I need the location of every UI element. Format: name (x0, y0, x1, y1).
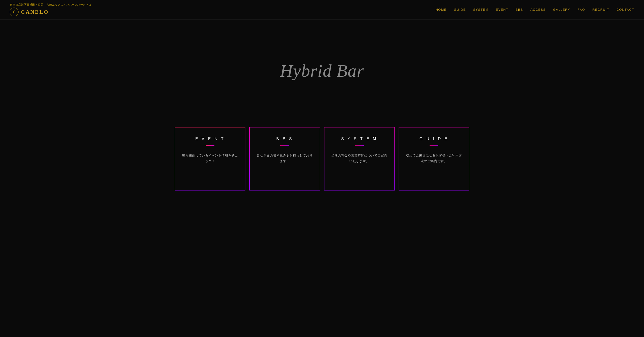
logo-wrap: C CANELO (10, 8, 92, 16)
card-bbs[interactable]: B B Sみなさまの書き込みをお待ちしております。 (249, 127, 320, 190)
main-nav: HOMEGUIDESYSTEMEVENTBBSACCESSGALLERYFAQR… (436, 8, 634, 12)
hero-section: Hybrid Bar (0, 20, 644, 122)
header-left: 東京都品川区五反田・目黒・大崎エリアのメンバーズバーカネロ C CANELO (10, 3, 92, 16)
logo-text[interactable]: CANELO (21, 9, 49, 15)
card-guide-description: 初めてご来店になるお客様へご利用方法のご案内です。 (406, 153, 462, 164)
hero-title: Hybrid Bar (280, 61, 364, 81)
nav-bbs[interactable]: BBS (516, 8, 523, 12)
nav-guide[interactable]: GUIDE (454, 8, 466, 12)
card-system-divider (355, 145, 364, 146)
card-system-title: S Y S T E M (341, 137, 377, 141)
card-event-description: 毎月開催しているイベント情報をチェック！ (182, 153, 238, 164)
card-system-description: 当店の料金や営業時間についてご案内いたします。 (331, 153, 388, 164)
card-guide-divider (430, 145, 438, 146)
cards-section: E V E N T毎月開催しているイベント情報をチェック！B B Sみなさまの書… (0, 122, 644, 205)
card-bbs-divider (280, 145, 289, 146)
tagline: 東京都品川区五反田・目黒・大崎エリアのメンバーズバーカネロ (10, 3, 92, 7)
nav-system[interactable]: SYSTEM (473, 8, 488, 12)
site-header: 東京都品川区五反田・目黒・大崎エリアのメンバーズバーカネロ C CANELO H… (0, 0, 644, 20)
logo-emblem-icon: C (10, 8, 18, 16)
nav-recruit[interactable]: RECRUIT (592, 8, 609, 12)
card-bbs-description: みなさまの書き込みをお待ちしております。 (256, 153, 313, 164)
card-bbs-title: B B S (276, 137, 293, 141)
card-system[interactable]: S Y S T E M当店の料金や営業時間についてご案内いたします。 (324, 127, 395, 190)
card-guide-title: G U I D E (420, 137, 448, 141)
card-guide[interactable]: G U I D E初めてご来店になるお客様へご利用方法のご案内です。 (398, 127, 469, 190)
nav-contact[interactable]: CONTACT (616, 8, 634, 12)
nav-gallery[interactable]: GALLERY (553, 8, 570, 12)
nav-event[interactable]: EVENT (496, 8, 508, 12)
nav-access[interactable]: ACCESS (530, 8, 546, 12)
card-event[interactable]: E V E N T毎月開催しているイベント情報をチェック！ (175, 127, 246, 190)
card-event-divider (206, 145, 214, 146)
nav-home[interactable]: HOME (436, 8, 446, 12)
card-event-title: E V E N T (195, 137, 225, 141)
nav-faq[interactable]: FAQ (578, 8, 585, 12)
